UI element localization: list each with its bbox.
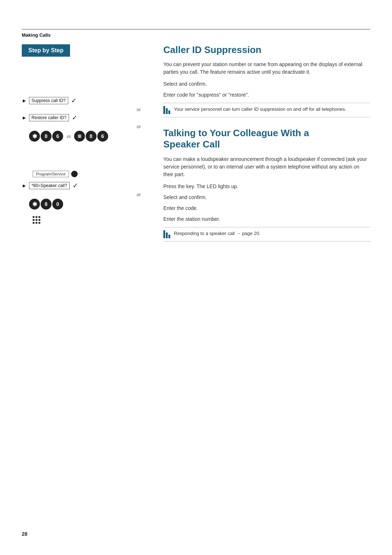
star-circle-1: ✱ (29, 131, 40, 142)
six-circle-1: 6 (52, 131, 63, 142)
suppress-row: ► Suppress call ID? ✓ (22, 97, 152, 105)
six-circle-2: 6 (97, 131, 108, 142)
program-service-button: Program/Service (33, 171, 69, 177)
caller-id-section: Caller ID Suppression You can prevent yo… (163, 44, 370, 117)
caller-id-instruction-1: Select and confirm. (163, 81, 370, 87)
speaker-instruction-4: Enter the station number. (163, 216, 370, 222)
eight-circle-1: 8 (41, 131, 52, 142)
check-mark-speaker: ✓ (73, 182, 78, 190)
restore-box: Restore caller ID? (29, 114, 69, 121)
speaker-note-box: Responding to a speaker call → page 20. (163, 227, 370, 242)
arrow-icon: ► (22, 98, 27, 104)
note-bar-2 (166, 108, 168, 114)
or-text-1: or (22, 107, 152, 112)
code-row-speaker: ✱ 8 0 (29, 199, 152, 210)
keypad-icon (33, 216, 41, 224)
led-dot (71, 171, 78, 177)
caller-id-instruction-2: Enter code for "suppress" or "restore". (163, 92, 370, 98)
or-text-3: or (22, 192, 152, 197)
note-bars-2 (163, 230, 170, 238)
speaker-call-title: Talking to Your Colleague With a Speaker… (163, 127, 370, 150)
arrow-icon-3: ► (22, 183, 27, 189)
speaker-instruction-2: Select and confirm. (163, 194, 370, 200)
section-header: Making Calls (22, 29, 370, 38)
zero-circle: 0 (52, 199, 63, 210)
caller-id-steps: ► Suppress call ID? ✓ or ► Restore calle… (22, 97, 152, 142)
speaker-note-text: Responding to a speaker call → page 20. (174, 230, 261, 237)
speaker-call-section: Talking to Your Colleague With a Speaker… (163, 127, 370, 241)
note-bars-1 (163, 106, 170, 114)
section-header-label: Making Calls (22, 32, 50, 38)
hash-circle: ⊞ (74, 131, 85, 142)
left-column: Step by Step ► Suppress call ID? ✓ or ► … (22, 44, 152, 249)
speaker-call-body: You can make a loudspeaker announcement … (163, 155, 370, 178)
speaker-instruction-3: Enter the code. (163, 205, 370, 211)
keypad-row (33, 216, 152, 224)
code-row-caller-id: ✱ 8 6 or ⊞ 8 6 (29, 131, 152, 142)
speaker-call-steps: Program/Service ► *80=Speaker call? ✓ or… (22, 171, 152, 224)
star-circle-2: ✱ (29, 199, 40, 210)
check-mark-restore: ✓ (72, 114, 77, 122)
arrow-icon-2: ► (22, 115, 27, 121)
eight-circle-3: 8 (41, 199, 52, 210)
check-mark-suppress: ✓ (71, 97, 77, 105)
note-bar-3 (168, 110, 170, 114)
note-bar-4 (163, 230, 165, 238)
note-bar-6 (168, 235, 170, 238)
main-layout: Step by Step ► Suppress call ID? ✓ or ► … (22, 44, 370, 249)
right-column: Caller ID Suppression You can prevent yo… (152, 44, 370, 249)
step-by-step-box: Step by Step (22, 44, 70, 57)
or-middle-1: or (67, 134, 71, 139)
note-bar-1 (163, 106, 165, 114)
caller-id-note-box: Your service personnel can turn caller I… (163, 103, 370, 117)
speaker-box: *80=Speaker call? (29, 182, 70, 189)
suppress-box: Suppress call ID? (29, 97, 68, 104)
caller-id-note-text: Your service personnel can turn caller I… (174, 106, 346, 113)
page-number: 28 (22, 531, 28, 537)
speaker-row: ► *80=Speaker call? ✓ (22, 182, 152, 190)
caller-id-body: You can prevent your station number or n… (163, 61, 370, 76)
note-bar-5 (166, 232, 168, 238)
caller-id-title: Caller ID Suppression (163, 44, 370, 56)
speaker-instruction-1: Press the key. The LED lights up. (163, 183, 370, 189)
restore-row: ► Restore caller ID? ✓ (22, 114, 152, 122)
or-text-2: or (22, 124, 152, 129)
eight-circle-2: 8 (86, 131, 97, 142)
program-service-row: Program/Service (33, 171, 152, 177)
